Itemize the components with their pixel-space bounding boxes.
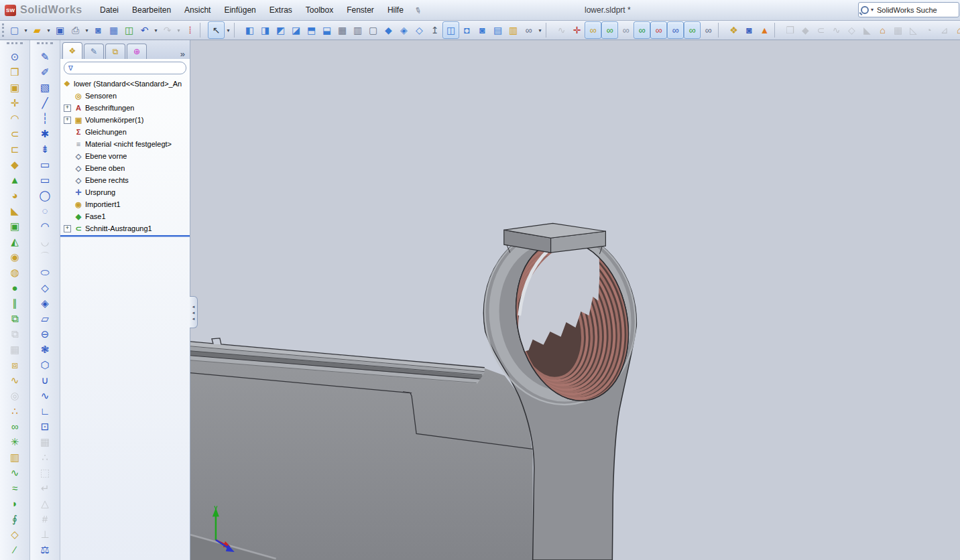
rhombus[interactable]: ◈ bbox=[34, 295, 56, 311]
view-dimetric[interactable]: ◈ bbox=[396, 22, 412, 38]
view-wireframe[interactable]: ▦ bbox=[335, 22, 350, 38]
view-points[interactable]: ∞ bbox=[684, 21, 701, 39]
chamfer[interactable]: ◣ bbox=[4, 203, 25, 218]
mirror-feature[interactable]: ⧉ bbox=[4, 311, 25, 326]
print-dropdown[interactable]: ▾ bbox=[83, 22, 91, 38]
circular-pattern[interactable]: ◎ bbox=[4, 388, 25, 403]
tab-configurationmanager[interactable]: ⧉ bbox=[105, 44, 125, 59]
straight-slot[interactable]: ⊖ bbox=[34, 326, 56, 342]
linear-sketch-pattern[interactable]: ▦ bbox=[34, 434, 56, 449]
feature-loft[interactable]: ∿ bbox=[829, 22, 844, 38]
tree-item-ebene-rechts[interactable]: + ◇ Ebene rechts bbox=[60, 174, 190, 186]
scale-entities[interactable]: ⚖ bbox=[34, 542, 56, 557]
menu-item[interactable]: Datei bbox=[93, 3, 125, 17]
toolbar-button[interactable] bbox=[546, 23, 552, 38]
dome[interactable]: ◠ bbox=[4, 111, 25, 126]
wrap[interactable]: ▲ bbox=[4, 172, 25, 188]
reference-curve[interactable]: ∿ bbox=[554, 22, 569, 38]
undo[interactable]: ↶ bbox=[137, 22, 152, 38]
search-input[interactable] bbox=[876, 5, 951, 15]
spline-feature[interactable]: ∿ bbox=[4, 465, 25, 480]
polygon[interactable]: ◇ bbox=[34, 280, 56, 295]
menu-pin-icon[interactable]: ✐ bbox=[410, 1, 425, 19]
pattern-unavailable-1[interactable]: ⧉ bbox=[4, 326, 25, 342]
feature-cut[interactable]: ◣ bbox=[859, 22, 875, 38]
view-curves[interactable]: ∞ bbox=[634, 21, 650, 39]
sketch-3d[interactable]: ✐ bbox=[34, 64, 56, 80]
shaded-view[interactable]: ◘ bbox=[459, 22, 475, 38]
sketch-alert[interactable]: △ bbox=[34, 496, 56, 511]
rebuild-check[interactable]: ◫ bbox=[121, 22, 137, 38]
feature-shell[interactable]: ◔ bbox=[921, 22, 937, 38]
menu-item[interactable]: Bearbeiten bbox=[125, 3, 178, 17]
ellipse[interactable]: ⬭ bbox=[34, 265, 56, 280]
tree-item-fase1[interactable]: + ◆ Fase1 bbox=[60, 210, 190, 222]
photoview-preview[interactable]: ◙ bbox=[741, 22, 757, 38]
menu-item[interactable]: Einfügen bbox=[217, 3, 262, 17]
extruded-cut[interactable]: ▣ bbox=[4, 80, 25, 95]
view-left[interactable]: ◩ bbox=[273, 22, 288, 38]
view-front[interactable]: ◧ bbox=[242, 22, 257, 38]
move-size-feature[interactable]: ✛ bbox=[4, 95, 25, 111]
hexagon[interactable]: ⬡ bbox=[34, 357, 56, 372]
feature-pattern[interactable]: ▦ bbox=[890, 22, 906, 38]
boxed-spline[interactable]: ⊡ bbox=[34, 419, 56, 434]
open[interactable]: ▰ bbox=[29, 22, 45, 38]
print-preview[interactable]: ◙ bbox=[91, 22, 106, 38]
toolbar-grip[interactable] bbox=[7, 42, 23, 48]
fillet[interactable]: ◕ bbox=[4, 188, 25, 203]
curve-driven-pattern[interactable]: ∞ bbox=[4, 419, 25, 434]
select-pointer[interactable]: ↖ bbox=[208, 21, 225, 39]
appearances[interactable]: ▥ bbox=[505, 22, 521, 38]
view-isometric[interactable]: ◆ bbox=[381, 22, 396, 38]
toolbar-button[interactable] bbox=[718, 23, 724, 38]
tree-expander-icon[interactable]: + bbox=[64, 225, 71, 232]
view-orientation[interactable]: ◫ bbox=[442, 21, 459, 39]
view-temporary-axes[interactable]: ∞ bbox=[618, 22, 634, 38]
corner-rectangle[interactable]: ▭ bbox=[34, 157, 56, 172]
view-annotations[interactable]: ∞ bbox=[667, 21, 684, 39]
material-editor[interactable]: ❖ bbox=[726, 22, 741, 38]
view-origins[interactable]: ∞ bbox=[701, 22, 716, 38]
move-triad[interactable]: ✛ bbox=[569, 22, 585, 38]
tree-item-volumenkoerper[interactable]: + ▣ Volumenkörper(1) bbox=[60, 114, 190, 126]
flex[interactable]: ∿ bbox=[4, 372, 25, 388]
tree-filter-box[interactable]: ∇ bbox=[64, 62, 186, 74]
table-driven-pattern[interactable]: ▥ bbox=[4, 449, 25, 465]
rollback-bar[interactable] bbox=[60, 235, 190, 236]
trim-entities[interactable]: # bbox=[34, 511, 56, 527]
tab-featuremanager[interactable]: ❖ bbox=[62, 42, 82, 59]
measure[interactable]: ⊙ bbox=[4, 49, 25, 64]
indent[interactable]: ▣ bbox=[4, 218, 25, 234]
center-rectangle[interactable]: ▭ bbox=[34, 172, 56, 188]
assembly-alert[interactable]: ▲ bbox=[757, 22, 772, 38]
tree-item-sensoren[interactable]: + ◎ Sensoren bbox=[60, 90, 190, 102]
feature-draft[interactable]: ◺ bbox=[906, 22, 921, 38]
feature-sweep[interactable]: ⊂ bbox=[813, 22, 829, 38]
tree-item-ebene-vorne[interactable]: + ◇ Ebene vorne bbox=[60, 150, 190, 162]
lofted-cut[interactable]: ⊏ bbox=[4, 141, 25, 157]
tree-expander-icon[interactable]: + bbox=[64, 104, 71, 112]
toolbar-button[interactable] bbox=[200, 23, 206, 38]
dome-sphere[interactable]: ● bbox=[4, 280, 25, 295]
view-planes[interactable]: ∞ bbox=[585, 21, 601, 39]
view-hidden-lines-removed[interactable]: ▢ bbox=[365, 22, 381, 38]
boundary-boss[interactable]: ◆ bbox=[4, 157, 25, 172]
print[interactable]: ⎙ bbox=[68, 22, 83, 38]
panel-tabs-overflow-chevron[interactable]: » bbox=[178, 49, 188, 59]
search-dropdown-icon[interactable]: ▾ bbox=[871, 7, 874, 13]
tab-dimxpertmanager[interactable]: ⊕ bbox=[127, 44, 147, 59]
tree-item-beschriftungen[interactable]: + A Beschriftungen bbox=[60, 102, 190, 114]
redo[interactable]: ↷ bbox=[160, 22, 175, 38]
tree-item-gleichungen[interactable]: + Σ Gleichungen bbox=[60, 126, 190, 138]
menu-item[interactable]: Hilfe bbox=[381, 3, 410, 17]
tab-propertymanager[interactable]: ✎ bbox=[84, 44, 104, 59]
extend-entities[interactable]: ⊥ bbox=[34, 527, 56, 542]
revolved-boss[interactable]: ◍ bbox=[4, 265, 25, 280]
3d-viewport[interactable] bbox=[190, 40, 960, 560]
tree-item-ebene-oben[interactable]: + ◇ Ebene oben bbox=[60, 162, 190, 174]
part-body[interactable] bbox=[190, 338, 533, 560]
feature-rib[interactable]: ⊿ bbox=[937, 22, 952, 38]
redo-dropdown[interactable]: ▾ bbox=[175, 22, 182, 38]
pattern-unavailable-2[interactable]: ▦ bbox=[4, 342, 25, 357]
